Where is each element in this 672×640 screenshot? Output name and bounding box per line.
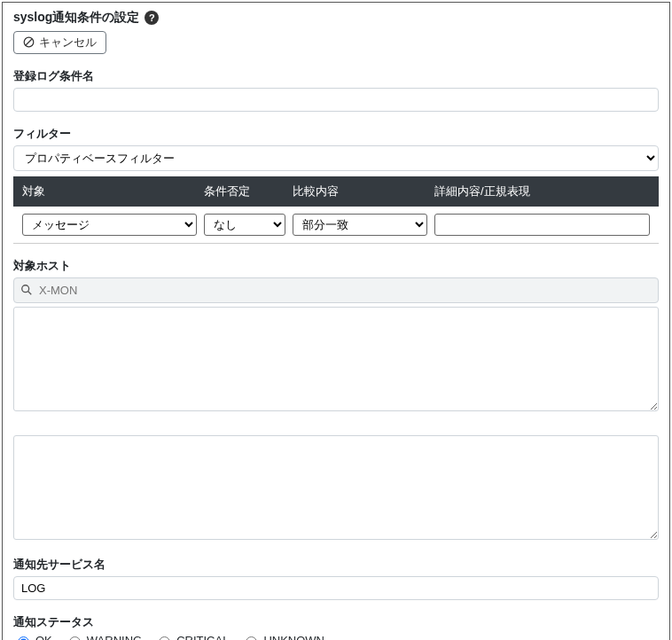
filter-detail-input[interactable]	[434, 214, 650, 236]
filter-compare-select[interactable]: 部分一致	[293, 214, 427, 236]
service-name-input[interactable]	[13, 576, 659, 600]
host-area-1[interactable]	[13, 307, 659, 411]
filter-table-header: 対象 条件否定 比較内容 詳細内容/正規表現	[13, 176, 659, 207]
status-radio-warning-label[interactable]: WARNING	[65, 634, 142, 640]
status-label: 通知ステータス	[13, 614, 659, 630]
filter-header-compare: 比較内容	[293, 183, 434, 199]
cancel-button-label: キャンセル	[39, 35, 97, 50]
target-host-label: 対象ホスト	[13, 258, 659, 274]
filter-row: メッセージ なし 部分一致	[13, 207, 659, 244]
filter-target-select[interactable]: メッセージ	[22, 214, 197, 236]
filter-select[interactable]: プロパティベースフィルター	[13, 145, 659, 171]
status-radio-warning[interactable]	[69, 636, 81, 640]
cancel-button-top[interactable]: キャンセル	[13, 31, 106, 54]
log-name-label: 登録ログ条件名	[13, 68, 659, 84]
filter-header-detail: 詳細内容/正規表現	[434, 183, 650, 199]
service-name-label: 通知先サービス名	[13, 557, 659, 573]
status-radio-ok[interactable]	[18, 636, 29, 640]
host-area-2[interactable]	[13, 435, 659, 540]
status-radio-group: OK WARNING CRITICAL UNKNOWN	[13, 634, 659, 640]
status-radio-unknown[interactable]	[246, 636, 257, 640]
filter-label: フィルター	[13, 126, 659, 142]
help-icon[interactable]: ?	[145, 11, 159, 25]
status-radio-unknown-label[interactable]: UNKNOWN	[241, 634, 324, 640]
status-radio-ok-label[interactable]: OK	[13, 634, 52, 640]
log-name-input[interactable]	[13, 88, 659, 112]
svg-line-3	[28, 292, 32, 295]
svg-point-2	[22, 285, 29, 293]
filter-negate-select[interactable]: なし	[204, 214, 285, 236]
filter-header-target: 対象	[22, 183, 204, 199]
host-search-input[interactable]	[13, 277, 659, 303]
search-icon	[20, 284, 33, 296]
status-radio-critical-label[interactable]: CRITICAL	[154, 634, 229, 640]
filter-header-negate: 条件否定	[204, 183, 293, 199]
page-title: syslog通知条件の設定	[13, 10, 139, 26]
svg-line-1	[26, 40, 32, 46]
status-radio-critical[interactable]	[159, 636, 170, 640]
cancel-icon	[23, 36, 35, 48]
